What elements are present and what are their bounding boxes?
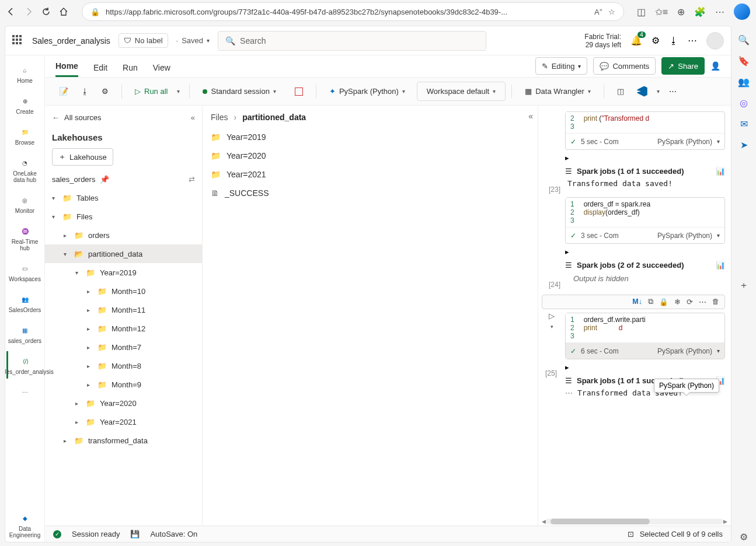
run-cell-button[interactable]: ▷ bbox=[549, 312, 555, 320]
chevron-down-icon[interactable]: ▾ bbox=[717, 138, 720, 145]
session-button[interactable]: Standard session ▾ bbox=[199, 85, 279, 98]
expand-output-button[interactable]: ▸ bbox=[565, 363, 725, 372]
tree-transformed-data[interactable]: ▸📁transformed_data bbox=[45, 431, 202, 450]
share-button[interactable]: ↗Share bbox=[661, 57, 705, 75]
expand-output-button[interactable]: ▸ bbox=[565, 153, 725, 162]
all-sources-link[interactable]: All sources bbox=[64, 113, 186, 122]
delete-cell-button[interactable]: 🗑 bbox=[712, 298, 720, 306]
send-icon[interactable]: ➤ bbox=[738, 139, 750, 150]
tree-month-11[interactable]: ▸📁Month=11 bbox=[45, 300, 202, 319]
tree-files[interactable]: ▾📁Files bbox=[45, 207, 202, 226]
tab-edit[interactable]: Edit bbox=[93, 63, 107, 77]
run-cell-dropdown[interactable]: ▾ bbox=[551, 324, 553, 330]
code-cell[interactable]: 23 print (print ("Transformed d"Transfor… bbox=[565, 111, 725, 150]
chart-icon[interactable]: 📊 bbox=[716, 167, 725, 176]
code-cell[interactable]: 123 orders_df.write.partiprint d ✓6 sec … bbox=[565, 313, 725, 359]
breadcrumb-files[interactable]: Files bbox=[211, 113, 228, 122]
cell-lang-button[interactable]: PySpark (Python) bbox=[657, 232, 712, 240]
tree-partitioned-data[interactable]: ▾📂partitioned_data bbox=[45, 244, 202, 263]
save-button[interactable]: ⭳ bbox=[78, 85, 92, 98]
tree-tables[interactable]: ▾📁Tables bbox=[45, 188, 202, 207]
add-lakehouse-button[interactable]: ＋Lakehouse bbox=[52, 148, 113, 166]
settings-rail-icon[interactable]: ⚙ bbox=[738, 531, 750, 542]
tab-view[interactable]: View bbox=[153, 63, 170, 77]
collections-icon[interactable]: ⊕ bbox=[677, 6, 685, 18]
add-cell-button[interactable]: 📝 bbox=[55, 85, 72, 98]
vscode-button[interactable] bbox=[633, 84, 651, 99]
h-scrollbar[interactable]: ◀▶ bbox=[538, 517, 731, 526]
tree-month-12[interactable]: ▸📁Month=12 bbox=[45, 319, 202, 338]
language-button[interactable]: ✦PySpark (Python) ▾ bbox=[326, 85, 409, 98]
cell-lang-button[interactable]: PySpark (Python) bbox=[657, 138, 712, 146]
file-row[interactable]: 📁Year=2019 bbox=[211, 128, 529, 146]
tree-month-8[interactable]: ▸📁Month=8 bbox=[45, 356, 202, 375]
freeze-button[interactable]: ❄ bbox=[674, 298, 681, 306]
stop-button[interactable] bbox=[291, 85, 306, 98]
vscode-dropdown[interactable]: ▾ bbox=[657, 88, 660, 94]
people-icon[interactable]: 👥 bbox=[738, 76, 750, 88]
search-input[interactable]: 🔍 Search bbox=[218, 31, 486, 51]
markdown-button[interactable]: M↓ bbox=[632, 298, 642, 306]
settings-icon[interactable]: ⚙ bbox=[652, 35, 660, 46]
code-cell[interactable]: 123 orders_df = spark.readisplay(orders_… bbox=[565, 197, 725, 244]
back-icon[interactable] bbox=[6, 6, 16, 17]
file-row[interactable]: 📁Year=2020 bbox=[211, 146, 529, 165]
search-icon[interactable]: 🔍 bbox=[738, 34, 750, 46]
nav-data-engineering[interactable]: ◆Data Engineering bbox=[6, 508, 44, 542]
tree-year-2020[interactable]: ▸📁Year=2020 bbox=[45, 394, 202, 412]
comments-button[interactable]: 💬Comments bbox=[593, 57, 656, 75]
tab-run[interactable]: Run bbox=[123, 63, 138, 77]
outlook-icon[interactable]: ✉ bbox=[738, 118, 750, 130]
nav-notebook[interactable]: ⟨/⟩Sales_order_analysis bbox=[6, 351, 44, 379]
split-icon[interactable]: ◫ bbox=[637, 6, 646, 18]
coauthor-icon[interactable]: 👤 bbox=[710, 61, 720, 71]
environment-button[interactable]: Workspace default ▾ bbox=[423, 85, 499, 98]
more-browser-icon[interactable]: ⋯ bbox=[715, 6, 724, 18]
avatar[interactable] bbox=[706, 32, 724, 50]
chart-icon[interactable]: 📊 bbox=[716, 261, 725, 270]
swap-icon[interactable]: ⇄ bbox=[189, 175, 195, 184]
favorites-icon[interactable]: ✩≡ bbox=[655, 6, 668, 18]
datasource-name[interactable]: sales_orders📌⇄ bbox=[45, 170, 202, 188]
nav-monitor[interactable]: ◎Monitor bbox=[6, 190, 44, 218]
nav-realtime[interactable]: ♒Real-Time hub bbox=[6, 221, 44, 255]
breadcrumb-partitioned[interactable]: partitioned_data bbox=[242, 113, 306, 122]
collapse-explorer-button[interactable]: « bbox=[191, 113, 195, 122]
chevron-down-icon[interactable]: ▾ bbox=[717, 348, 720, 354]
spark-jobs-row[interactable]: ☰Spark jobs (2 of 2 succeeded)📊 bbox=[565, 261, 725, 270]
notifications-button[interactable]: 🔔 4 bbox=[630, 35, 642, 46]
spark-jobs-row[interactable]: ☰Spark jobs (1 of 1 succeeded)📊 bbox=[565, 167, 725, 176]
nav-workspaces[interactable]: ▭Workspaces bbox=[6, 258, 44, 286]
trial-status[interactable]: Fabric Trial: 29 days left bbox=[584, 33, 621, 49]
copy-button[interactable]: ⧉ bbox=[648, 298, 653, 306]
back-button[interactable]: ← bbox=[52, 113, 60, 122]
collapse-file-pane-button[interactable]: « bbox=[528, 111, 533, 121]
tree-month-10[interactable]: ▸📁Month=10 bbox=[45, 282, 202, 300]
notebook-name[interactable]: Sales_order_analysis bbox=[32, 36, 110, 46]
nav-browse[interactable]: 📁Browse bbox=[6, 122, 44, 149]
sensitivity-label[interactable]: 🛡No label bbox=[119, 33, 168, 48]
layout-button[interactable]: ◫ bbox=[614, 85, 628, 98]
editing-button[interactable]: ✎Editing▾ bbox=[535, 57, 588, 75]
nav-create[interactable]: ⊕Create bbox=[6, 91, 44, 118]
copilot-icon[interactable] bbox=[734, 4, 750, 20]
expand-output-button[interactable]: ▸ bbox=[565, 247, 725, 256]
add-rail-icon[interactable]: ＋ bbox=[738, 279, 750, 291]
extensions-icon[interactable]: 🧩 bbox=[694, 6, 706, 18]
data-wrangler-button[interactable]: ▦Data Wrangler ▾ bbox=[521, 85, 594, 98]
file-row[interactable]: 📁Year=2021 bbox=[211, 165, 529, 184]
run-all-dropdown[interactable]: ▾ bbox=[177, 88, 180, 94]
settings-button[interactable]: ⚙ bbox=[98, 85, 112, 98]
file-row[interactable]: 🗎_SUCCESS bbox=[211, 184, 529, 202]
tag-icon[interactable]: 🔖 bbox=[738, 55, 750, 66]
tree-month-9[interactable]: ▸📁Month=9 bbox=[45, 375, 202, 394]
saved-status[interactable]: · Saved ▾ bbox=[176, 36, 210, 45]
copilot-rail-icon[interactable]: ◎ bbox=[738, 97, 750, 108]
text-size-icon[interactable]: A» bbox=[594, 7, 602, 16]
download-icon[interactable]: ⭳ bbox=[669, 36, 678, 46]
waffle-icon[interactable] bbox=[12, 35, 24, 47]
tab-home[interactable]: Home bbox=[55, 61, 78, 77]
more-cell-button[interactable]: ⋯ bbox=[699, 298, 706, 306]
more-icon[interactable]: ⋯ bbox=[688, 35, 697, 46]
chevron-down-icon[interactable]: ▾ bbox=[717, 232, 720, 239]
